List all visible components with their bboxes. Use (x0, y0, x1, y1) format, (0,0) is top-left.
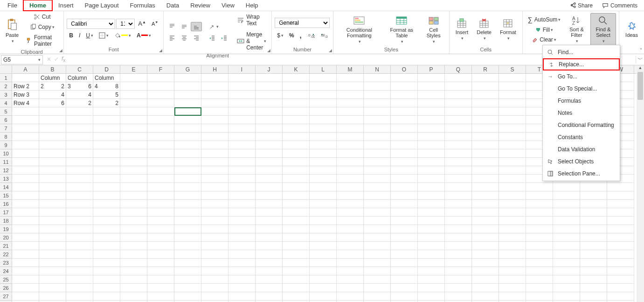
cell[interactable] (580, 183, 607, 191)
cell[interactable] (201, 166, 229, 175)
cell[interactable] (580, 200, 607, 208)
select-all-corner[interactable] (0, 65, 12, 73)
cell[interactable] (120, 259, 147, 267)
cell[interactable] (201, 149, 229, 158)
cell[interactable] (364, 158, 391, 166)
cell[interactable] (93, 158, 120, 166)
align-middle-button[interactable] (179, 22, 190, 31)
cell[interactable] (418, 158, 445, 166)
cell[interactable] (310, 116, 337, 124)
cell[interactable] (12, 267, 39, 275)
column-header[interactable]: C (66, 65, 93, 73)
cell[interactable] (445, 74, 472, 82)
cell[interactable] (310, 233, 337, 242)
cell[interactable] (147, 191, 174, 200)
cell[interactable] (229, 141, 256, 149)
cell[interactable] (499, 82, 526, 91)
cell[interactable] (229, 225, 256, 233)
format-painter-button[interactable]: Format Painter (23, 33, 61, 49)
cell[interactable] (12, 141, 39, 149)
bold-button[interactable]: B (67, 31, 76, 40)
cell[interactable] (93, 183, 120, 191)
cell[interactable] (499, 99, 526, 107)
orientation-button[interactable]: ▾ (207, 22, 221, 31)
cell[interactable] (607, 191, 634, 200)
cell[interactable] (229, 200, 256, 208)
cell[interactable] (201, 158, 229, 166)
cell[interactable] (418, 91, 445, 99)
cell[interactable] (310, 166, 337, 175)
cell[interactable] (391, 267, 418, 275)
cell[interactable] (283, 292, 310, 301)
cell[interactable] (283, 233, 310, 242)
cell[interactable] (553, 183, 580, 191)
cell[interactable] (418, 233, 445, 242)
cell[interactable] (201, 175, 229, 183)
cell[interactable] (229, 183, 256, 191)
cell[interactable] (93, 116, 120, 124)
cell[interactable]: Row 4 (12, 99, 39, 107)
cell[interactable] (472, 124, 499, 133)
column-header[interactable]: H (201, 65, 229, 73)
cell[interactable] (580, 259, 607, 267)
delete-cells-button[interactable]: Delete▾ (473, 16, 495, 43)
cell[interactable] (364, 208, 391, 217)
cell[interactable] (201, 217, 229, 225)
cell[interactable] (607, 292, 634, 301)
cell[interactable] (391, 284, 418, 292)
cell[interactable] (364, 116, 391, 124)
cell[interactable] (310, 250, 337, 259)
cell[interactable] (445, 124, 472, 133)
cell[interactable] (391, 233, 418, 242)
cell[interactable] (229, 191, 256, 200)
cell[interactable] (607, 242, 634, 250)
cell[interactable] (337, 233, 364, 242)
cell[interactable] (120, 284, 147, 292)
cell[interactable] (174, 91, 201, 99)
cell[interactable] (66, 284, 93, 292)
cell[interactable] (12, 292, 39, 301)
cell[interactable] (472, 166, 499, 175)
cell[interactable] (337, 284, 364, 292)
cell[interactable] (553, 284, 580, 292)
autosum-button[interactable]: ∑AutoSum▾ (526, 14, 563, 25)
cell[interactable] (229, 74, 256, 82)
cell[interactable] (283, 133, 310, 141)
cell[interactable] (147, 158, 174, 166)
cell[interactable] (93, 292, 120, 301)
cell[interactable] (283, 149, 310, 158)
share-button[interactable]: Share (565, 1, 597, 10)
cell[interactable] (283, 200, 310, 208)
cell[interactable] (120, 233, 147, 242)
cell[interactable] (607, 208, 634, 217)
column-header[interactable]: K (283, 65, 310, 73)
cell[interactable] (66, 124, 93, 133)
cell[interactable]: 4 (66, 91, 93, 99)
cell[interactable] (12, 116, 39, 124)
cell[interactable] (418, 99, 445, 107)
cell[interactable] (580, 233, 607, 242)
cell[interactable] (283, 225, 310, 233)
cell[interactable] (337, 141, 364, 149)
cell[interactable] (391, 149, 418, 158)
cell[interactable] (418, 82, 445, 91)
cell[interactable] (310, 217, 337, 225)
cell[interactable] (256, 124, 283, 133)
cell[interactable] (66, 242, 93, 250)
cell[interactable] (256, 250, 283, 259)
cell[interactable] (12, 191, 39, 200)
fill-color-button[interactable]: ▾ (112, 31, 133, 40)
cell[interactable] (120, 267, 147, 275)
menu-replace[interactable]: Replace... (543, 58, 620, 70)
cell[interactable] (499, 149, 526, 158)
expand-formula-bar-button[interactable]: ﹀ (636, 56, 644, 63)
cell[interactable] (283, 99, 310, 107)
cell[interactable] (201, 107, 229, 116)
cell[interactable] (120, 183, 147, 191)
cell[interactable] (391, 99, 418, 107)
cell[interactable] (283, 124, 310, 133)
cell[interactable] (337, 166, 364, 175)
cell[interactable] (256, 133, 283, 141)
cell[interactable] (364, 141, 391, 149)
cell[interactable] (229, 82, 256, 91)
